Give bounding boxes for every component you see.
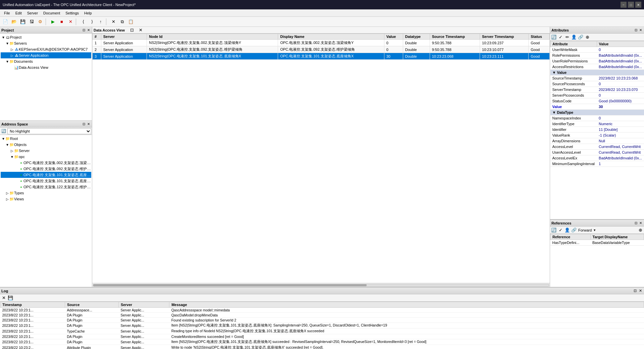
scrollbar-track[interactable]	[93, 284, 549, 287]
expand-icon[interactable]: ▼	[5, 143, 9, 147]
list-item[interactable]: ServerTimestamp2023/8/22 10:23:23.070	[550, 87, 644, 93]
list-item[interactable]: 2023/8/22 10:23:1...DA PluginServer Appl…	[0, 339, 644, 345]
list-item[interactable]: ServerPicoseconds0	[550, 93, 644, 98]
list-item[interactable]: 2023/8/22 10:23:2...Attribute PluginServ…	[0, 345, 644, 349]
dav-close-icon[interactable]: ✕	[137, 27, 145, 34]
list-item[interactable]: Value30	[550, 104, 644, 110]
maximize-button[interactable]: □	[628, 2, 634, 8]
close-button[interactable]: ✕	[635, 2, 641, 8]
save-as-button[interactable]: 🖫	[28, 18, 36, 26]
tree-item-var2[interactable]: ● OPC.电液控.支架集.092.支架姿态.维护梁倾角	[1, 166, 91, 172]
address-close-icon[interactable]: ✕	[87, 122, 91, 126]
tree-item-root[interactable]: ▼ 📁 Root	[1, 136, 91, 142]
address-refresh-button[interactable]: 🔄	[1, 128, 7, 134]
menu-document[interactable]: Document	[41, 10, 63, 16]
list-item[interactable]: 2023/8/22 10:23:1...TypeCacheServer Appl…	[0, 329, 644, 334]
list-item[interactable]: 2023/8/22 10:23:1...DA PluginServer Appl…	[0, 313, 644, 318]
menu-edit[interactable]: Edit	[13, 10, 24, 16]
list-item[interactable]: AccessRestrictionsBadAttributeIdInvalid …	[550, 64, 644, 70]
log-float-icon[interactable]: ⊡	[633, 289, 637, 293]
tree-item-var1[interactable]: ● OPC.电液控.支架集.002.支架姿态.顶梁倾角Y	[1, 160, 91, 166]
up-button[interactable]: ↑	[97, 18, 105, 26]
table-row[interactable]: 2 Server Application NS2|String|OPC.电液控.…	[93, 46, 550, 53]
stop-button[interactable]: ✕	[66, 18, 74, 26]
project-close-icon[interactable]: ✕	[87, 28, 91, 32]
new-button[interactable]: 📄	[1, 18, 9, 26]
expand-icon[interactable]: ▼	[10, 155, 14, 159]
list-item[interactable]: ▼ DataType	[550, 110, 644, 115]
project-float-icon[interactable]: ⊡	[82, 28, 86, 32]
log-save-button[interactable]: 💾	[7, 295, 13, 301]
minimize-button[interactable]: −	[621, 2, 627, 8]
list-item[interactable]: HasTypeDefini...BaseDataVariableType	[550, 240, 644, 246]
list-item[interactable]: StatusCodeGood (0x00000000)	[550, 98, 644, 104]
list-item[interactable]: ValueRank-1 (Scalar)	[550, 133, 644, 138]
copy-button[interactable]: ⧉	[118, 18, 126, 26]
paste-button[interactable]: 📋	[127, 18, 135, 26]
tree-item-opc[interactable]: ▼ 📁 opc	[1, 154, 91, 160]
ref-link-button[interactable]: 🔗	[571, 227, 577, 233]
list-item[interactable]: MinimumSamplingInterval1	[550, 161, 644, 167]
attr-float-icon[interactable]: ⊡	[634, 28, 638, 32]
dav-float-icon[interactable]: ⊡	[128, 27, 136, 34]
expand-icon[interactable]: ▷	[10, 48, 14, 51]
list-item[interactable]: 2023/8/22 10:23:1...Addressspace...Serve…	[0, 308, 644, 313]
ref-add-button[interactable]: ⊕	[637, 227, 643, 233]
list-item[interactable]: UserRolePermissionsBadAttributeIdInvalid…	[550, 58, 644, 64]
disconnect-button[interactable]: ■	[58, 18, 66, 26]
scrollbar-thumb[interactable]	[93, 284, 367, 286]
attr-add-button[interactable]: ⊕	[584, 34, 590, 40]
list-item[interactable]: 2023/8/22 10:23:1...DA PluginServer Appl…	[0, 318, 644, 323]
ref-node-button[interactable]: 👤	[564, 227, 570, 233]
expand-icon[interactable]: ▷	[10, 54, 14, 57]
list-item[interactable]: 2023/8/22 10:23:1...DA PluginServer Appl…	[0, 334, 644, 339]
attr-close-icon[interactable]: ✕	[639, 28, 643, 32]
list-item[interactable]: IdentifierTypeNumeric	[550, 121, 644, 127]
log-table-container[interactable]: Timestamp Source Server Message 2023/8/2…	[0, 302, 644, 349]
highlight-select[interactable]: No Highlight	[7, 128, 91, 134]
attr-table-container[interactable]: Attribute Value UserWriteMask0RolePermis…	[550, 41, 644, 219]
back-button[interactable]: ⟨	[79, 18, 87, 26]
tree-item-project[interactable]: ▼ 🗂 Project	[1, 34, 91, 40]
connect-button[interactable]: ▶	[49, 18, 57, 26]
expand-icon[interactable]: ▷	[10, 149, 14, 153]
menu-server[interactable]: Server	[24, 10, 41, 16]
list-item[interactable]: AccessLevelCurrentRead, CurrentWrit	[550, 144, 644, 150]
tree-item-types[interactable]: ▷ 📁 Types	[1, 190, 91, 196]
list-item[interactable]: SourceTimestamp2023/8/22 10:23:23.068	[550, 76, 644, 81]
attr-icon4[interactable]: 👤	[571, 34, 577, 40]
expand-icon[interactable]: ▷	[5, 191, 9, 195]
save-button[interactable]: 💾	[19, 18, 27, 26]
list-item[interactable]: ArrayDimensionsNull	[550, 138, 644, 144]
delete-button[interactable]: ✕	[109, 18, 117, 26]
tree-item-var4[interactable]: ● OPC.电液控.支架集.101.支架姿态.底座倾角Y	[1, 178, 91, 184]
attr-refresh-button[interactable]: 🔄	[551, 34, 557, 40]
expand-icon[interactable]: ▼	[1, 36, 5, 39]
ref-refresh-button[interactable]: 🔄	[551, 227, 557, 233]
tree-item-servers[interactable]: ▼ 📁 Servers	[1, 40, 91, 46]
expand-icon[interactable]: ▷	[5, 197, 9, 201]
list-item[interactable]: 2023/8/22 10:23:1...DA PluginServer Appl…	[0, 323, 644, 329]
menu-help[interactable]: Help	[82, 10, 95, 16]
expand-icon[interactable]: ▼	[5, 42, 9, 45]
forward-button[interactable]: ⟩	[88, 18, 96, 26]
attr-icon5[interactable]: 🔗	[578, 34, 584, 40]
list-item[interactable]: RolePermissionsBadAttributeIdInvalid (0x…	[550, 53, 644, 58]
tree-item-dav[interactable]: 📊 Data Access View	[1, 64, 91, 70]
tree-item-objects[interactable]: ▼ 📁 Objects	[1, 142, 91, 148]
table-row[interactable]: 3 Server Application NS2|String|OPC.电液控.…	[93, 53, 550, 60]
tree-item-var5[interactable]: ● OPC.电液控.支架集.122.支架姿态.维护梁倾角	[1, 184, 91, 190]
settings-button[interactable]: ⚙	[36, 18, 44, 26]
attr-write-button[interactable]: ✏	[564, 34, 570, 40]
address-float-icon[interactable]: ⊡	[82, 122, 86, 126]
dav-table-container[interactable]: # Server Node Id Display Name Value Data…	[92, 34, 550, 283]
tree-item-documents[interactable]: ▼ 📁 Documents	[1, 58, 91, 64]
list-item[interactable]: UserWriteMask0	[550, 47, 644, 53]
log-clear-button[interactable]: ✕	[1, 295, 7, 301]
ref-dropdown-icon[interactable]: ▼	[593, 229, 596, 232]
menu-file[interactable]: File	[1, 10, 13, 16]
ref-table-container[interactable]: Reference Target DisplayName HasTypeDefi…	[550, 234, 644, 287]
list-item[interactable]: AccessLevelExBadAttributeIdInvalid (0x..…	[550, 155, 644, 161]
list-item[interactable]: SourcePicoseconds0	[550, 81, 644, 87]
tree-item-server-app[interactable]: ▷ 🖧 Server Application	[1, 52, 91, 58]
